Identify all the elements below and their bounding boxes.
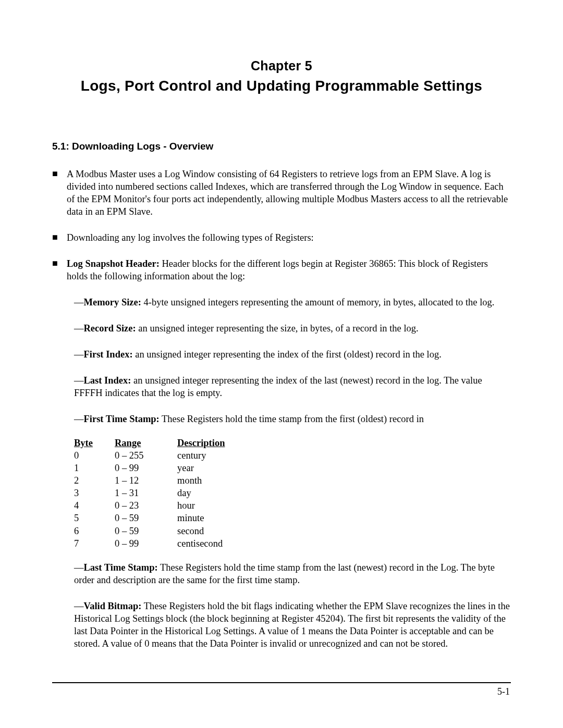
bullet-text: Downloading any log involves the followi… (67, 231, 511, 244)
sub-label: First Time Stamp: (84, 414, 160, 424)
chapter-number: Chapter 5 (52, 57, 511, 75)
chapter-title: Logs, Port Control and Updating Programm… (52, 77, 511, 95)
square-bullet-icon: ■ (52, 231, 67, 244)
square-bullet-icon: ■ (52, 257, 67, 282)
sub-item-last-timestamp: —Last Time Stamp: These Registers hold t… (74, 561, 511, 586)
bullet-item: ■ A Modbus Master uses a Log Window cons… (52, 168, 511, 218)
cell-range: 0 – 99 (115, 537, 177, 550)
table-row: 6 0 – 59 second (74, 525, 511, 537)
cell-byte: 4 (74, 499, 115, 512)
sub-item-memory-size: —Memory Size: 4-byte unsigned integers r… (74, 296, 511, 309)
sub-label: Record Size: (84, 323, 136, 334)
footer-rule (52, 682, 511, 683)
sub-text: an unsigned integer representing the ind… (133, 349, 442, 360)
table-header: Byte Range Description (74, 437, 511, 449)
cell-byte: 1 (74, 462, 115, 474)
col-header-byte: Byte (74, 437, 115, 449)
cell-byte: 7 (74, 537, 115, 550)
cell-range: 0 – 99 (115, 462, 177, 474)
cell-byte: 5 (74, 512, 115, 524)
cell-byte: 3 (74, 487, 115, 499)
cell-range: 1 – 31 (115, 487, 177, 499)
table-row: 1 0 – 99 year (74, 462, 511, 474)
table-row: 7 0 – 99 centisecond (74, 537, 511, 550)
table-row: 0 0 – 255 century (74, 449, 511, 462)
sub-item-first-timestamp: —First Time Stamp: These Registers hold … (74, 413, 511, 425)
sub-item-last-index: —Last Index: an unsigned integer represe… (74, 374, 511, 399)
sub-label: First Index: (84, 349, 133, 360)
cell-byte: 6 (74, 525, 115, 537)
cell-desc: centisecond (177, 537, 511, 550)
cell-byte: 2 (74, 474, 115, 487)
table-row: 2 1 – 12 month (74, 474, 511, 487)
sub-label: Memory Size: (84, 297, 141, 307)
table-row: 5 0 – 59 minute (74, 512, 511, 524)
bullet-item: ■ Log Snapshot Header: Header blocks for… (52, 257, 511, 282)
sub-item-record-size: —Record Size: an unsigned integer repres… (74, 322, 511, 335)
sub-text: 4-byte unsigned integers representing th… (141, 297, 494, 307)
bullet-item: ■ Downloading any log involves the follo… (52, 231, 511, 244)
cell-byte: 0 (74, 449, 115, 462)
square-bullet-icon: ■ (52, 168, 67, 218)
bullet-label: Log Snapshot Header: (67, 258, 160, 269)
cell-desc: month (177, 474, 511, 487)
section-heading: 5.1: Downloading Logs - Overview (52, 140, 511, 153)
sub-text: an unsigned integer representing the siz… (136, 323, 419, 334)
sub-item-first-index: —First Index: an unsigned integer repres… (74, 348, 511, 361)
timestamp-table: Byte Range Description 0 0 – 255 century… (74, 437, 511, 549)
bullet-text: Log Snapshot Header: Header blocks for t… (67, 257, 511, 282)
cell-desc: minute (177, 512, 511, 524)
cell-range: 0 – 59 (115, 512, 177, 524)
col-header-description: Description (177, 437, 511, 449)
sub-text: These Registers hold the time stamp from… (160, 414, 424, 424)
cell-desc: year (177, 462, 511, 474)
bullet-text: A Modbus Master uses a Log Window consis… (67, 168, 511, 218)
cell-range: 1 – 12 (115, 474, 177, 487)
sub-label: Valid Bitmap: (84, 601, 142, 611)
table-row: 3 1 – 31 day (74, 487, 511, 499)
table-row: 4 0 – 23 hour (74, 499, 511, 512)
sub-text: an unsigned integer representing the ind… (74, 375, 482, 398)
cell-desc: hour (177, 499, 511, 512)
cell-desc: century (177, 449, 511, 462)
page-number: 5-1 (497, 686, 510, 698)
page: Chapter 5 Logs, Port Control and Updatin… (0, 0, 563, 728)
cell-range: 0 – 255 (115, 449, 177, 462)
cell-desc: second (177, 525, 511, 537)
sub-item-valid-bitmap: —Valid Bitmap: These Registers hold the … (74, 600, 511, 650)
col-header-range: Range (115, 437, 177, 449)
cell-desc: day (177, 487, 511, 499)
cell-range: 0 – 23 (115, 499, 177, 512)
sub-label: Last Time Stamp: (84, 562, 158, 573)
cell-range: 0 – 59 (115, 525, 177, 537)
sub-label: Last Index: (84, 375, 131, 386)
